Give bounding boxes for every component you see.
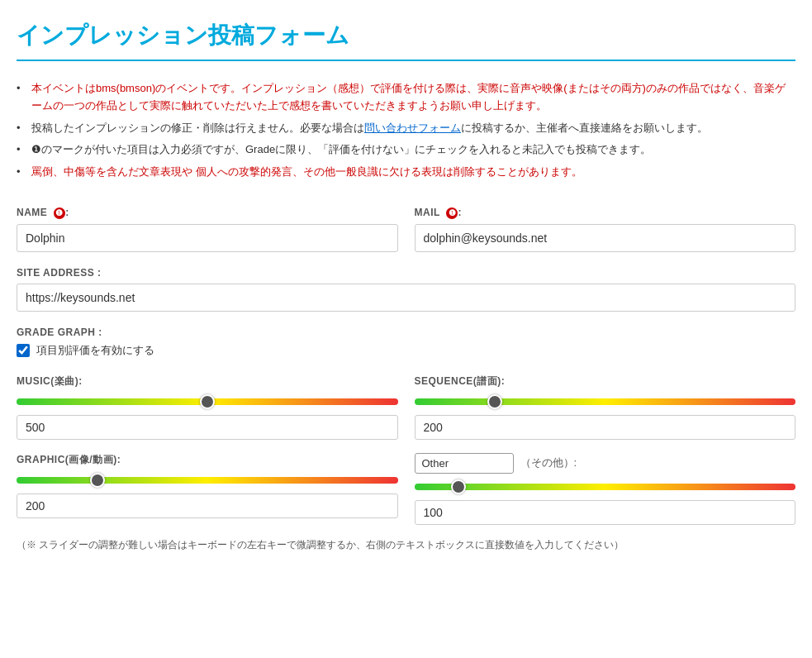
mail-field-col: MAIL ❶: [415, 207, 796, 252]
page-title: インプレッション投稿フォーム [17, 20, 795, 61]
site-input[interactable] [17, 284, 795, 312]
notice-box: 本イベントはbms(bmson)のイベントです。インプレッション（感想）で評価を… [17, 78, 795, 184]
mail-required-icon: ❶ [446, 207, 458, 219]
notice-item-4: 罵倒、中傷等を含んだ文章表現や 個人への攻撃的発言、その他一般良識に欠ける表現は… [17, 161, 795, 184]
name-required-icon: ❶ [54, 207, 65, 219]
form-section: NAME ❶: MAIL ❶: SITE ADDRESS : GRADE GRA… [17, 207, 795, 552]
other-slider[interactable] [415, 479, 796, 494]
sequence-label: SEQUENCE(譜面): [415, 374, 796, 389]
sequence-slider[interactable] [415, 394, 796, 409]
music-col: MUSIC(楽曲): [17, 374, 398, 440]
site-label: SITE ADDRESS : [17, 267, 795, 279]
graphic-col: GRAPHIC(画像/動画): [17, 453, 398, 525]
mail-label: MAIL ❶: [415, 207, 796, 219]
graphic-slider[interactable] [17, 473, 398, 488]
other-label-row: （その他）: [415, 453, 796, 474]
music-sequence-row: MUSIC(楽曲): SEQUENCE(譜面): [17, 374, 795, 440]
graphic-other-row: GRAPHIC(画像/動画): （その他）: [17, 453, 795, 525]
other-value-input[interactable] [415, 500, 796, 525]
grade-graph-section: GRADE GRAPH : 項目別評価を有効にする [17, 327, 795, 358]
graphic-label: GRAPHIC(画像/動画): [17, 453, 398, 467]
graphic-value-input[interactable] [17, 494, 398, 518]
name-mail-row: NAME ❶: MAIL ❶: [17, 207, 795, 252]
inquiry-link[interactable]: 問い合わせフォーム [364, 122, 461, 134]
other-suffix: （その他）: [520, 455, 577, 470]
name-field-col: NAME ❶: [17, 207, 398, 252]
music-slider[interactable] [17, 394, 398, 409]
notice-item-3: ❶のマークが付いた項目は入力必須ですが、Gradeに限り、「評価を付けない」にチ… [17, 139, 795, 161]
grade-checkbox-row: 項目別評価を有効にする [17, 343, 795, 358]
other-name-input[interactable] [415, 453, 514, 474]
notice-item-1: 本イベントはbms(bmson)のイベントです。インプレッション（感想）で評価を… [17, 78, 795, 117]
sequence-col: SEQUENCE(譜面): [415, 374, 796, 440]
notice-item-2: 投稿したインプレッションの修正・削除は行えません。必要な場合は問い合わせフォーム… [17, 117, 795, 140]
name-input[interactable] [17, 224, 398, 252]
other-col: （その他）: [415, 453, 796, 525]
mail-input[interactable] [415, 224, 796, 252]
grade-label: GRADE GRAPH : [17, 327, 795, 338]
sequence-value-input[interactable] [415, 415, 796, 440]
sliders-section: MUSIC(楽曲): SEQUENCE(譜面): [17, 374, 795, 525]
name-label: NAME ❶: [17, 207, 398, 219]
grade-checkbox-label: 項目別評価を有効にする [36, 343, 154, 358]
music-slider-wrapper [17, 393, 398, 410]
site-field-col: SITE ADDRESS : [17, 267, 795, 312]
graphic-slider-wrapper [17, 472, 398, 489]
sequence-slider-wrapper [415, 393, 796, 410]
footer-note: （※ スライダーの調整が難しい場合はキーボードの左右キーで微調整するか、右側のテ… [17, 538, 795, 552]
music-value-input[interactable] [17, 415, 398, 440]
music-label: MUSIC(楽曲): [17, 374, 398, 389]
other-slider-wrapper [415, 479, 796, 495]
grade-checkbox[interactable] [17, 344, 30, 357]
